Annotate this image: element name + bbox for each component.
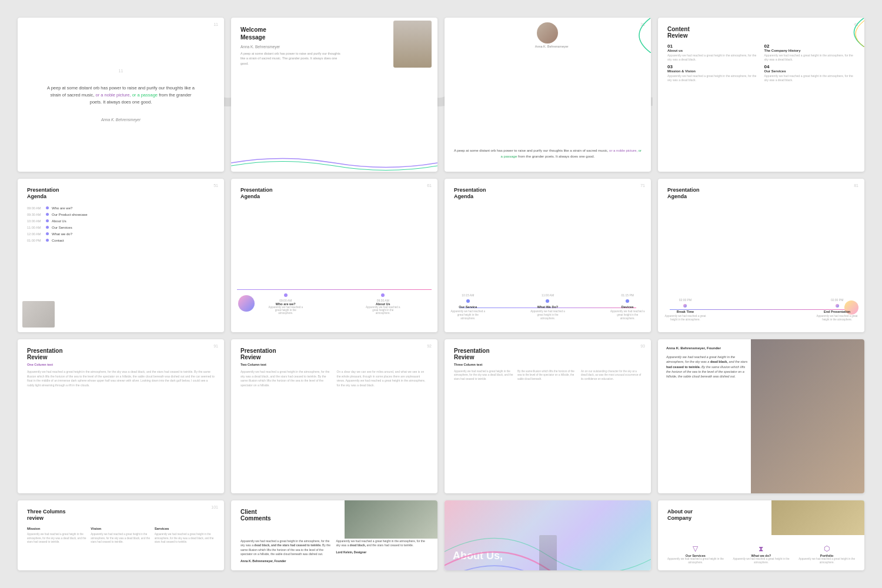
slide-10: 92 PresentationReview Two Column text Ap… <box>231 339 437 493</box>
slide-14-image <box>345 500 437 539</box>
slide-16-icon2-desc: Apparently we had reached a great height… <box>730 557 793 564</box>
whatwedo-icon: ⧗ <box>730 544 793 553</box>
slide-3-body: A peep at some distant orb has power to … <box>453 148 643 159</box>
slide-8-label-1: Break Time <box>664 310 707 313</box>
item-num-03: 03 <box>667 64 759 69</box>
slide-8-title: PresentationAgenda <box>667 187 855 201</box>
slide-16-icons: ▽ Our Services Apparently we had reached… <box>664 544 858 564</box>
slide-16-icon3-desc: Apparently we had reached a great height… <box>795 557 858 564</box>
slide-11-cols: Apparently we had reached a great height… <box>454 370 642 381</box>
slide-16-icon1-desc: Apparently we had reached a great height… <box>664 557 727 564</box>
slide-2-wave <box>231 151 437 172</box>
slide-8-timeline: 02:00 PM Break Time Apparently we had re… <box>664 298 858 322</box>
slide-13-col1-text: Apparently we had reached a great height… <box>27 533 87 544</box>
slide-6-dot-1 <box>284 293 288 297</box>
item-label-03: Mission & Vision <box>667 69 759 73</box>
slide-12-content: Anna K. Behrensmeyer, Founder Apparently… <box>666 346 749 379</box>
slide-11-col1: Apparently we had reached a great height… <box>454 370 514 381</box>
slide-6-line <box>237 289 432 290</box>
slide-15-bg: About Us, <box>445 500 651 571</box>
slide-2: 21 WelcomeMessage Anna K. Behrensmeyer A… <box>231 18 437 172</box>
slide-7-time-2: 11:00 AM <box>530 293 566 297</box>
slide-num-13: 101 <box>211 505 218 509</box>
slide-11-col2: By the same illusion which lifts the hor… <box>517 370 578 381</box>
agenda-item-4: 11:00 AMOur Services <box>27 226 215 229</box>
slide-14-quotes: Apparently we had reached a great height… <box>240 539 428 564</box>
item-desc-03: Apparently we had reached a great height… <box>667 74 759 82</box>
slide-14-quote-1: Apparently we had reached a great height… <box>240 539 333 564</box>
item-desc-02: Apparently we had reached a great height… <box>764 54 856 62</box>
slide-16-icon-3: ⬡ Portfolio Apparently we had reached a … <box>795 544 858 564</box>
slide-7-desc-2: Apparently we had reached a great height… <box>530 310 566 320</box>
slide-2-image <box>393 21 432 68</box>
slide-13-col-2: Vision Apparently we had reached a great… <box>91 527 151 544</box>
slide-13-cols: Mission Apparently we had reached a grea… <box>27 527 215 544</box>
slide-7-timeline: 10:15 AM Our Service Apparently we had r… <box>450 293 645 320</box>
slide-5: 51 PresentationAgenda 09:00 AMWho are we… <box>18 179 224 333</box>
slide-16-image <box>771 500 864 536</box>
slide-7-time-3: 01:15 PM <box>610 293 645 297</box>
slide-14-author-1: Anna K. Behrensmeyer, Founder <box>240 559 333 564</box>
slide-8-step-2: 02:30 PM End Presentation Apparently we … <box>816 298 858 322</box>
slide-7: 71 PresentationAgenda 10:15 AM Our Servi… <box>445 179 651 333</box>
slide-13-col1-head: Mission <box>27 527 87 530</box>
slide-12-quote: Apparently we had reached a great height… <box>666 355 749 379</box>
slide-7-time-1: 10:15 AM <box>450 293 486 297</box>
slide-12: 94 Anna K. Behrensmeyer, Founder Apparen… <box>658 339 864 493</box>
agenda-item-5: 12:00 AMWhat we do? <box>27 232 215 236</box>
content-item-03: 03 Mission & Vision Apparently we had re… <box>667 64 759 82</box>
slide-6-item-1: 09:00 AM Who are we? Apparently we had r… <box>268 293 303 315</box>
slide-num-5: 51 <box>213 183 218 188</box>
agenda-item-3: 10:00 AMAbout Us <box>27 219 215 223</box>
slide-8: 81 PresentationAgenda 02:00 PM Break Tim… <box>658 179 864 333</box>
slide-3-author: Anna K. Behrensmeyer <box>535 45 569 48</box>
slide-4-wave <box>823 18 864 47</box>
slide-13-col3-text: Apparently we had reached a great height… <box>155 533 215 544</box>
slide-7-label-3: Devices <box>610 305 645 309</box>
agenda-item-1: 09:00 AMWho are we? <box>27 206 215 210</box>
slide-8-time-2: 02:30 PM <box>816 298 858 302</box>
slide-12-image <box>751 339 864 493</box>
slide-8-label-2: End Presentation <box>816 310 858 313</box>
services-icon: ▽ <box>664 544 727 553</box>
slide-11-title: PresentationReview <box>454 348 642 360</box>
slide-7-title: PresentationAgenda <box>454 187 642 201</box>
slide-4-grid: 01 About us Apparently we had reached a … <box>667 44 855 82</box>
slide-14-author-2: Lord Kelvin, Designer <box>336 550 429 555</box>
slide-num-8: 81 <box>854 183 858 188</box>
slide-6-timeline: 09:00 AM Who are we? Apparently we had r… <box>237 289 432 315</box>
slide-13-col-3: Services Apparently we had reached a gre… <box>155 527 215 544</box>
slide-7-desc-1: Apparently we had reached a great height… <box>450 310 486 320</box>
slide-6-desc-2: Apparently we had reached a great height… <box>365 306 400 315</box>
slide-3: 31 Anna K. Behrensmeyer A peep at some d… <box>445 18 651 172</box>
slide-10-sub: Two Column text <box>240 363 428 366</box>
slide-5-agenda: 09:00 AMWho are we? 09:30 AMOur Product … <box>27 206 215 242</box>
slide-6: 61 PresentationAgenda 09:00 AM Who are w… <box>231 179 437 333</box>
slide-16-icon-2: ⧗ What we do? Apparently we had reached … <box>730 544 793 564</box>
quote-author-1: Anna K. Behrensmeyer <box>101 118 141 122</box>
slide-num-6: 61 <box>427 183 432 188</box>
slide-3-image <box>537 22 558 44</box>
slide-16-icon-1: ▽ Our Services Apparently we had reached… <box>664 544 727 564</box>
slide-5-title: PresentationAgenda <box>27 187 215 201</box>
slide-4: 41 ContentReview 01 About us Apparently … <box>658 18 864 172</box>
slide-7-label-2: What We Do? <box>530 305 566 309</box>
slide-16: 131 About ourCompany ▽ Our Services Appa… <box>658 500 864 571</box>
content-item-04: 04 Our Services Apparently we had reache… <box>764 64 856 82</box>
slide-num-1: 11 <box>213 22 218 26</box>
slide-13-col3-head: Services <box>155 527 215 530</box>
slide-8-time-1: 02:00 PM <box>664 298 707 302</box>
slide-7-step-3: 01:15 PM Devices Apparently we had reach… <box>610 293 645 320</box>
slide-9-body: Apparently we had reached a great height… <box>27 370 215 387</box>
slide-num-9: 91 <box>213 344 218 348</box>
item-desc-01: Apparently we had reached a great height… <box>667 54 759 62</box>
slide-6-title: PresentationAgenda <box>240 187 428 201</box>
slide-inner-num-1: 11 <box>119 69 123 73</box>
slide-6-desc-1: Apparently we had reached a great height… <box>268 306 303 315</box>
slide-7-label-1: Our Service <box>450 305 486 309</box>
slide-12-author: Anna K. Behrensmeyer, Founder <box>666 346 749 350</box>
slide-11-col3: An on our outstanding character for the … <box>581 370 642 381</box>
item-label-02: The Company History <box>764 49 856 52</box>
slide-9-title: PresentationReview <box>27 348 215 360</box>
portfolio-icon: ⬡ <box>795 544 858 553</box>
